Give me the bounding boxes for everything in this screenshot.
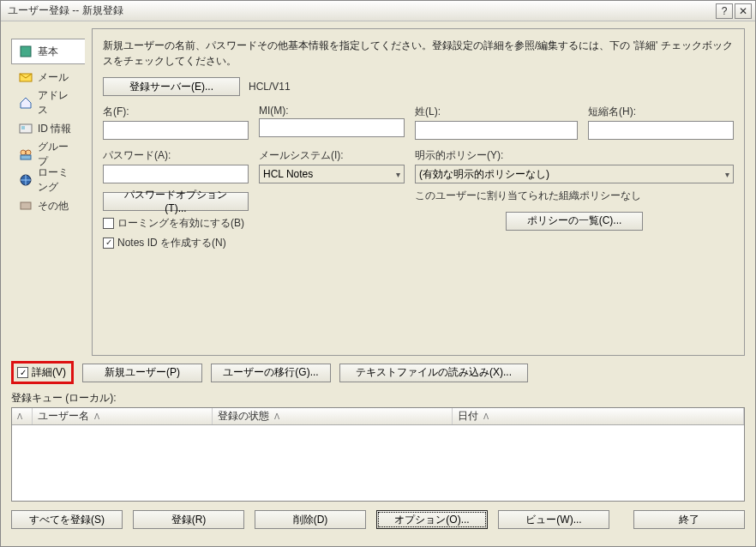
policy-value: (有効な明示的ポリシーなし): [419, 167, 549, 182]
sort-icon: ᐱ: [17, 412, 22, 421]
short-name-label: 短縮名(H):: [588, 105, 734, 119]
queue-col-user[interactable]: ユーザー名 ᐱ: [33, 408, 213, 424]
view-button[interactable]: ビュー(W)...: [498, 510, 609, 529]
migrate-user-button[interactable]: ユーザーの移行(G)...: [211, 364, 331, 382]
notesid-checkbox-label: Notes ID を作成する(N): [117, 236, 226, 250]
group-icon: [19, 147, 33, 161]
sort-icon: ᐱ: [94, 412, 99, 421]
sidebar-item-label: グループ: [38, 140, 77, 169]
help-button[interactable]: ?: [716, 3, 733, 19]
password-input[interactable]: [103, 165, 249, 183]
sidebar-item-idinfo[interactable]: ID 情報: [11, 116, 85, 141]
sidebar: 基本 メール アドレス ID 情報: [11, 28, 85, 356]
first-name-label: 名(F):: [103, 105, 249, 119]
sidebar-item-label: アドレス: [38, 88, 77, 117]
sidebar-item-label: ローミング: [38, 165, 77, 195]
queue-table-body[interactable]: [12, 425, 744, 501]
window-title: ユーザー登録 -- 新規登録: [4, 3, 714, 18]
password-label: パスワード(A):: [103, 148, 249, 163]
last-name-label: 姓(L):: [415, 105, 578, 119]
sidebar-item-label: ID 情報: [38, 122, 71, 136]
queue-col-select[interactable]: ᐱ: [12, 408, 33, 424]
options-button[interactable]: オプション(O)...: [376, 510, 488, 529]
mailsystem-value: HCL Notes: [263, 168, 313, 180]
first-name-input[interactable]: [103, 121, 249, 140]
svg-point-5: [26, 150, 31, 155]
id-icon: [19, 122, 33, 135]
chevron-down-icon: ▾: [725, 170, 729, 179]
queue-col-status[interactable]: 登録の状態 ᐱ: [213, 408, 453, 424]
mailsystem-label: メールシステム(I):: [259, 148, 405, 163]
server-value: HCL/V11: [249, 81, 291, 93]
main-panel: 新規ユーザーの名前、パスワードその他基本情報を指定してください。登録設定の詳細を…: [92, 28, 745, 356]
sort-icon: ᐱ: [274, 412, 279, 421]
sidebar-item-group[interactable]: グループ: [11, 141, 85, 167]
sidebar-item-label: その他: [38, 199, 69, 213]
chevron-down-icon: ▾: [396, 170, 400, 179]
svg-rect-0: [21, 46, 31, 57]
detail-checkbox-highlight: 詳細(V): [11, 361, 74, 384]
user-icon: [19, 45, 33, 58]
detail-checkbox[interactable]: [17, 367, 28, 378]
svg-rect-6: [21, 155, 31, 159]
short-name-input[interactable]: [588, 121, 734, 140]
mail-icon: [19, 70, 33, 84]
bottom-bar: すべてを登録(S) 登録(R) 削除(D) オプション(O)... ビュー(W)…: [1, 502, 755, 538]
sidebar-item-roaming[interactable]: ローミング: [11, 167, 85, 193]
register-all-button[interactable]: すべてを登録(S): [11, 510, 123, 529]
queue-col-user-label: ユーザー名: [38, 409, 89, 424]
detail-checkbox-label: 詳細(V): [32, 365, 66, 380]
roaming-checkbox[interactable]: [103, 218, 114, 229]
policy-label: 明示的ポリシー(Y):: [415, 148, 734, 163]
mi-label: MI(M):: [259, 105, 405, 117]
notesid-checkbox[interactable]: [103, 237, 114, 249]
sidebar-item-label: メール: [38, 70, 69, 85]
queue-col-status-label: 登録の状態: [218, 409, 269, 424]
queue-table: ᐱ ユーザー名 ᐱ 登録の状態 ᐱ 日付 ᐱ: [11, 407, 745, 502]
register-server-button[interactable]: 登録サーバー(E)...: [103, 77, 240, 96]
queue-col-date[interactable]: 日付 ᐱ: [453, 408, 744, 424]
home-icon: [19, 96, 33, 110]
close-window-button[interactable]: ✕: [735, 3, 752, 19]
policy-combo[interactable]: (有効な明示的ポリシーなし) ▾: [415, 165, 734, 183]
svg-point-4: [21, 150, 26, 155]
svg-rect-3: [21, 126, 25, 129]
queue-table-header: ᐱ ユーザー名 ᐱ 登録の状態 ᐱ 日付 ᐱ: [12, 408, 744, 425]
roaming-checkbox-label: ローミングを有効にする(B): [117, 216, 244, 231]
register-button[interactable]: 登録(R): [133, 510, 244, 529]
mi-input[interactable]: [259, 118, 405, 137]
policy-info-text: このユーザーに割り当てられた組織ポリシーなし: [415, 189, 734, 203]
close-button[interactable]: 終了: [633, 510, 745, 529]
new-user-button[interactable]: 新規ユーザー(P): [82, 364, 202, 382]
svg-rect-8: [21, 202, 31, 209]
queue-col-date-label: 日付: [458, 409, 478, 424]
sidebar-item-address[interactable]: アドレス: [11, 90, 85, 116]
password-options-button[interactable]: パスワードオプション(T)...: [103, 192, 249, 211]
queue-label: 登録キュー (ローカル):: [11, 391, 745, 406]
sidebar-item-mail[interactable]: メール: [11, 64, 85, 90]
intro-text: 新規ユーザーの名前、パスワードその他基本情報を指定してください。登録設定の詳細を…: [103, 38, 734, 69]
sidebar-item-label: 基本: [38, 45, 58, 59]
sidebar-item-other[interactable]: その他: [11, 193, 85, 219]
sort-icon: ᐱ: [483, 412, 489, 421]
text-import-button[interactable]: テキストファイルの読み込み(X)...: [339, 364, 528, 382]
globe-icon: [19, 173, 33, 187]
mailsystem-combo[interactable]: HCL Notes ▾: [259, 165, 405, 183]
misc-icon: [19, 199, 33, 213]
delete-button[interactable]: 削除(D): [255, 510, 366, 529]
last-name-input[interactable]: [415, 121, 578, 140]
policy-list-button[interactable]: ポリシーの一覧(C)...: [506, 212, 643, 231]
titlebar: ユーザー登録 -- 新規登録 ? ✕: [1, 1, 755, 21]
sidebar-item-basic[interactable]: 基本: [11, 39, 85, 64]
